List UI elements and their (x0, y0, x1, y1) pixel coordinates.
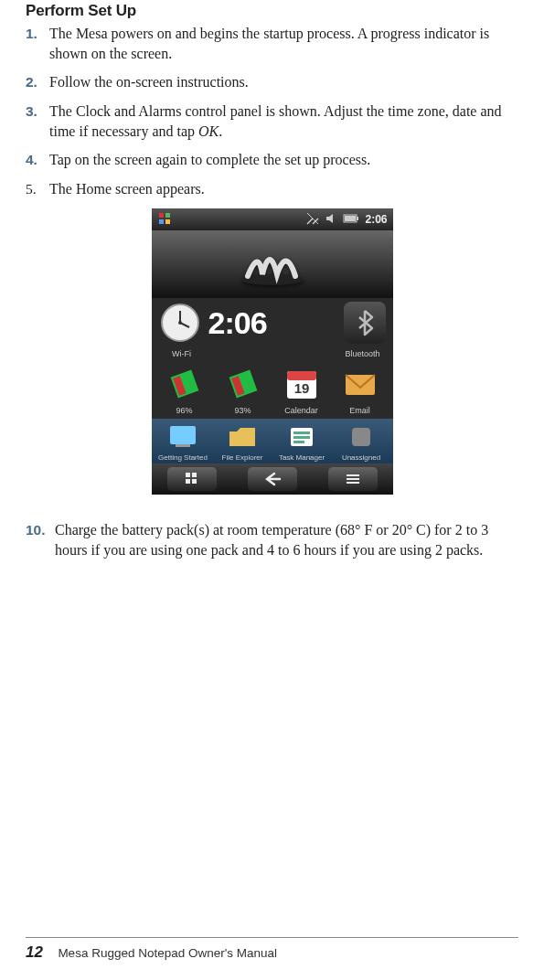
app-row: 96% 93% 19 Calendar (152, 362, 393, 415)
step-10: 10. Charge the battery pack(s) at room t… (26, 520, 518, 559)
step-number: 3. (26, 101, 49, 122)
nav-back-button (248, 467, 297, 491)
step-3: 3. The Clock and Alarms control panel is… (26, 101, 518, 141)
battery-app-2: 93% (218, 364, 269, 415)
steps-list: 1. The Mesa powers on and begins the sta… (26, 24, 518, 199)
hero-logo-area (152, 230, 393, 298)
task-manager-icon (283, 422, 320, 452)
getting-started-icon (165, 422, 201, 452)
step-number: 10. (26, 520, 55, 540)
step-5: 5. The Home screen appears. (26, 179, 518, 199)
battery-app-1-label: 96% (159, 406, 210, 415)
dock-label: File Explorer (217, 453, 268, 462)
svg-rect-29 (192, 479, 197, 484)
analog-clock-icon (159, 302, 201, 344)
home-screen-figure: 2:06 2:06 Wi-Fi Blue (26, 208, 518, 495)
dock: Getting Started File Explorer Task Manag… (152, 419, 393, 463)
dock-label: Unassigned (336, 453, 387, 462)
dock-unassigned: Unassigned (336, 422, 387, 462)
svg-rect-2 (159, 219, 164, 224)
wifi-label: Wi-Fi (157, 349, 207, 358)
svg-rect-3 (165, 219, 170, 224)
dock-label: Getting Started (157, 453, 208, 462)
signal-icon (306, 212, 319, 228)
dock-getting-started: Getting Started (157, 422, 208, 462)
battery-app-1: 96% (159, 364, 210, 415)
step-text: The Clock and Alarms control panel is sh… (49, 101, 518, 141)
dock-file-explorer: File Explorer (217, 422, 268, 462)
svg-rect-27 (192, 473, 197, 477)
svg-rect-6 (357, 217, 358, 220)
svg-rect-26 (186, 473, 190, 477)
bluetooth-icon (354, 309, 376, 336)
clock-row: 2:06 (152, 298, 393, 349)
step-text: Tap on the screen again to complete the … (49, 150, 518, 170)
battery-green-icon (223, 364, 263, 404)
status-time: 2:06 (365, 213, 387, 226)
svg-rect-16 (287, 371, 316, 380)
battery-status-icon (343, 213, 359, 227)
step-1: 1. The Mesa powers on and begins the sta… (26, 24, 518, 63)
svg-rect-19 (170, 426, 196, 444)
step-2: 2. Follow the on-screen instructions. (26, 72, 518, 92)
svg-rect-28 (186, 479, 190, 484)
nav-start-button (167, 467, 217, 491)
bluetooth-label: Bluetooth (338, 349, 388, 358)
step-4: 4. Tap on the screen again to complete t… (26, 150, 518, 170)
dock-label: Task Manager (276, 453, 327, 462)
svg-rect-0 (159, 213, 164, 218)
file-explorer-icon (224, 422, 261, 452)
step-text: Follow the on-screen instructions. (49, 72, 518, 92)
step-number: 4. (26, 150, 49, 170)
menu-icon (345, 473, 361, 485)
email-app: Email (335, 364, 386, 415)
svg-rect-23 (293, 436, 310, 439)
start-icon (157, 211, 174, 228)
step-text: The Mesa powers on and begins the startu… (49, 24, 518, 63)
bluetooth-tile (344, 302, 386, 344)
calendar-app: 19 Calendar (276, 364, 327, 415)
step-number: 1. (26, 24, 49, 44)
status-bar: 2:06 (152, 208, 393, 230)
volume-icon (325, 212, 337, 228)
svg-rect-24 (293, 441, 304, 443)
battery-app-2-label: 93% (218, 406, 269, 415)
back-arrow-icon (263, 472, 282, 486)
page-footer: 12 Mesa Rugged Notepad Owner's Manual (26, 937, 518, 962)
svg-rect-7 (345, 216, 356, 221)
dock-task-manager: Task Manager (276, 422, 327, 462)
page-number: 12 (26, 943, 43, 961)
calendar-icon: 19 (282, 364, 322, 404)
step-text: The Home screen appears. (49, 179, 518, 199)
section-heading: Perform Set Up (26, 2, 518, 20)
step-number: 2. (26, 72, 49, 92)
unassigned-icon (343, 422, 379, 452)
svg-text:19: 19 (293, 380, 309, 396)
phone-screenshot: 2:06 2:06 Wi-Fi Blue (152, 208, 393, 495)
svg-rect-20 (176, 444, 190, 447)
calendar-label: Calendar (276, 406, 327, 415)
email-label: Email (335, 406, 386, 415)
step-text: Charge the battery pack(s) at room tempe… (55, 520, 518, 559)
svg-rect-1 (165, 213, 170, 218)
email-icon (340, 364, 380, 404)
battery-red-icon (165, 364, 205, 404)
step-number: 5. (26, 179, 49, 199)
windows-icon (184, 471, 200, 487)
nav-menu-button (328, 467, 378, 491)
svg-rect-25 (352, 428, 370, 446)
mesa-logo-icon (231, 240, 314, 289)
svg-rect-22 (293, 431, 310, 434)
doc-title: Mesa Rugged Notepad Owner's Manual (58, 946, 277, 960)
digital-clock: 2:06 (208, 305, 267, 341)
nav-bar (152, 463, 393, 495)
